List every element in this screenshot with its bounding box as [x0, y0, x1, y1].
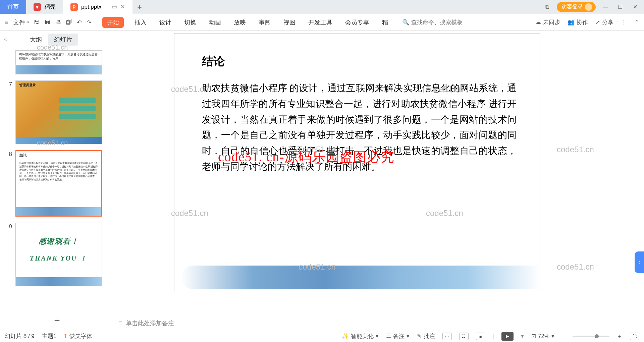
- login-label: 访客登录: [561, 3, 583, 10]
- missing-font-label: 缺失字体: [69, 332, 92, 340]
- ribbon-tab-start[interactable]: 开始: [102, 17, 124, 28]
- chevron-down-icon: ▾: [376, 333, 379, 340]
- tab-document[interactable]: P ppt.pptx ▭ ✕: [63, 0, 132, 14]
- login-button[interactable]: 访客登录: [557, 2, 596, 12]
- side-panel-toggle[interactable]: ‹: [635, 251, 644, 273]
- slides-tab[interactable]: 幻灯片: [48, 34, 78, 46]
- window-mode-icon[interactable]: ⧉: [542, 2, 552, 12]
- sorter-view-button[interactable]: ☷: [459, 333, 469, 340]
- thumb-text: 有标准风格的样式以及标准的逻辑。开发者可以通过组合基础组件，创建出很大的小程序。: [16, 51, 102, 62]
- print-preview-icon[interactable]: 🗐: [66, 19, 72, 26]
- slideshow-button[interactable]: ▶: [501, 332, 514, 341]
- ribbon-tab-transition[interactable]: 切换: [182, 17, 198, 28]
- add-slide-button[interactable]: ＋: [0, 310, 114, 330]
- save-icon[interactable]: 🖫: [34, 19, 40, 26]
- undo-icon[interactable]: ↶: [77, 19, 82, 26]
- watercolor-decoration: [16, 137, 102, 144]
- ribbon-tab-view[interactable]: 视图: [281, 17, 298, 28]
- ribbon-tab-more[interactable]: 稻: [380, 17, 390, 28]
- menu-icon[interactable]: ≡: [5, 19, 8, 26]
- people-icon: 👥: [568, 19, 575, 26]
- beautify-button[interactable]: ✨智能美化▾: [342, 332, 379, 340]
- chevron-left-icon: ‹: [638, 259, 640, 265]
- more-icon[interactable]: ⋮: [621, 19, 627, 26]
- thumb-line1: 感谢观看！: [16, 236, 102, 246]
- avatar-icon: [585, 3, 592, 11]
- collab-label: 协作: [577, 18, 588, 26]
- print-icon[interactable]: 🖶: [55, 19, 61, 26]
- chevron-down-icon[interactable]: ▾: [521, 333, 524, 340]
- divider: |: [493, 333, 494, 340]
- maximize-button[interactable]: ☐: [615, 2, 625, 12]
- fit-button[interactable]: ⛶: [630, 333, 639, 340]
- ribbon-tab-design[interactable]: 设计: [157, 17, 173, 28]
- notes-label: 备注: [393, 332, 405, 340]
- thumb-title: 结论: [16, 151, 101, 160]
- reading-view-button[interactable]: ▣: [476, 333, 485, 340]
- watercolor-decoration: [16, 277, 102, 286]
- slide-thumbnail-8[interactable]: 结论 助农扶贫微信小程序 的设计，通过互联网来解决实现信息化的网站系统，通过我四…: [15, 150, 102, 217]
- thumbnail-list[interactable]: 有标准风格的样式以及标准的逻辑。开发者可以通过组合基础组件，创建出很大的小程序。…: [0, 48, 114, 310]
- ribbon-search[interactable]: 🔍: [402, 19, 485, 26]
- zoom-out-button[interactable]: −: [562, 333, 565, 340]
- add-tab-button[interactable]: ＋: [132, 0, 147, 14]
- slide-thumbnail-9[interactable]: 感谢观看！ THANK YOU ！: [15, 223, 102, 286]
- missing-font-button[interactable]: T缺失字体: [64, 332, 92, 340]
- ribbon-tab-animation[interactable]: 动画: [207, 17, 223, 28]
- ribbon-tab-slideshow[interactable]: 放映: [232, 17, 248, 28]
- collapse-panel-icon[interactable]: «: [4, 37, 7, 43]
- zoom-slider[interactable]: [573, 336, 609, 337]
- file-menu[interactable]: 文件▾: [13, 18, 29, 26]
- slide-number: 7: [5, 80, 12, 144]
- tab-home[interactable]: 首页: [0, 0, 26, 14]
- watermark-overlay: code51. cn-源码乐园盗图必究: [218, 148, 394, 166]
- zoom-button[interactable]: ⊡72%▾: [531, 333, 554, 340]
- ribbon-tab-review[interactable]: 审阅: [257, 17, 273, 28]
- ribbon-tab-vip[interactable]: 会员专享: [343, 17, 371, 28]
- tab-label: 稻壳: [44, 3, 56, 11]
- search-input[interactable]: [411, 19, 485, 26]
- save-as-icon[interactable]: 🖬: [45, 19, 51, 26]
- tab-docer[interactable]: ♥稻壳: [26, 0, 63, 14]
- watercolor-decoration: [181, 266, 540, 289]
- normal-view-button[interactable]: ▭: [442, 333, 452, 340]
- slide-thumbnail-7[interactable]: 管理员登录: [15, 80, 102, 144]
- slide-title[interactable]: 结论: [202, 54, 225, 69]
- close-button[interactable]: ✕: [630, 2, 640, 12]
- expand-icon[interactable]: ⌃: [634, 19, 639, 26]
- slide-panel: « 大纲 幻灯片 有标准风格的样式以及标准的逻辑。开发者可以通过组合基础组件，创…: [0, 31, 114, 330]
- sync-label: 未同步: [543, 18, 560, 26]
- notes-button[interactable]: ☰备注▾: [386, 332, 410, 340]
- zoom-in-button[interactable]: ＋: [617, 332, 623, 340]
- status-bar: 幻灯片 8 / 9 主题1 T缺失字体 ✨智能美化▾ ☰备注▾ ✎批注 ▭ ☷ …: [0, 330, 644, 342]
- search-icon: 🔍: [402, 19, 409, 26]
- slide-number: 8: [5, 150, 12, 217]
- notes-icon: ☰: [386, 333, 391, 340]
- share-label: 分享: [602, 18, 613, 26]
- thumb-body: 助农扶贫微信小程序 的设计，通过互联网来解决实现信息化的网站系统，通过我四年所学…: [16, 160, 101, 183]
- magic-icon: ✨: [342, 333, 349, 340]
- minimize-button[interactable]: —: [600, 2, 610, 12]
- slide-number: [5, 50, 12, 74]
- theme-label[interactable]: 主题1: [42, 332, 56, 340]
- tab-close-icon[interactable]: ✕: [120, 3, 125, 10]
- ribbon-tab-devtools[interactable]: 开发工具: [306, 17, 334, 28]
- share-button[interactable]: ↗分享: [595, 18, 613, 26]
- comment-button[interactable]: ✎批注: [417, 332, 435, 340]
- slide-thumbnail-6[interactable]: 有标准风格的样式以及标准的逻辑。开发者可以通过组合基础组件，创建出很大的小程序。: [15, 50, 102, 74]
- ribbon-tab-insert[interactable]: 插入: [132, 17, 149, 28]
- canvas-area[interactable]: 结论 助农扶贫微信小程序 的设计，通过互联网来解决实现信息化的网站系统，通过我四…: [114, 31, 644, 316]
- file-label: 文件: [13, 18, 25, 26]
- collab-button[interactable]: 👥协作: [568, 18, 588, 26]
- zoom-label: 72%: [538, 333, 549, 340]
- redo-icon[interactable]: ↷: [87, 19, 92, 26]
- chevron-down-icon: ▾: [407, 333, 410, 340]
- slide-number: 9: [5, 223, 12, 286]
- main-area: « 大纲 幻灯片 有标准风格的样式以及标准的逻辑。开发者可以通过组合基础组件，创…: [0, 31, 644, 330]
- notes-pane[interactable]: ≡ 单击此处添加备注: [114, 316, 644, 330]
- zoom-icon: ⊡: [531, 333, 536, 340]
- outline-tab[interactable]: 大纲: [24, 34, 48, 46]
- tab-window-icon[interactable]: ▭: [112, 3, 117, 10]
- current-slide[interactable]: 结论 助农扶贫微信小程序 的设计，通过互联网来解决实现信息化的网站系统，通过我四…: [174, 34, 540, 292]
- sync-button[interactable]: ☁未同步: [535, 18, 560, 26]
